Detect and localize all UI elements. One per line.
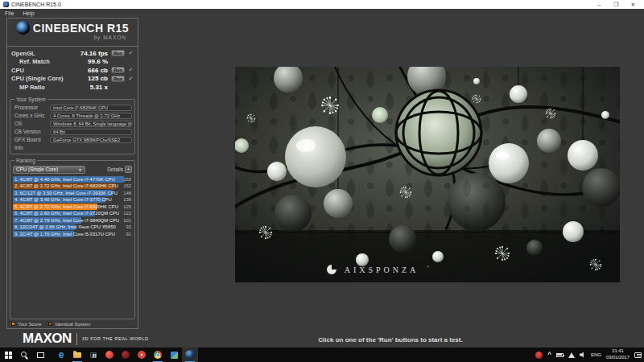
- sidebar-panel: CINEBENCH R15 by MAXON OpenGL 74.16 fps …: [6, 18, 138, 329]
- red-app-1-glyph: [105, 351, 114, 359]
- run-hint-text: Click on one of the 'Run' buttons to sta…: [145, 336, 636, 343]
- ranking-row-label: 8. 12C/24T @ 2.66 GHz, Intel Xeon CPU X5…: [14, 224, 116, 231]
- result-value: 74.16 fps: [70, 50, 108, 57]
- taskbar-start-icon[interactable]: [0, 348, 16, 362]
- desktop: CINEBENCH R15.0 – ❐ ✕ File Help CINEBENC…: [0, 0, 644, 362]
- ranking-row[interactable]: 1. 4C/8T @ 4.40 GHz, Intel Core i7-4770K…: [13, 176, 132, 183]
- language-indicator[interactable]: ENG: [591, 352, 601, 357]
- run-button[interactable]: Run: [111, 76, 125, 82]
- ranking-row-label: 2. 4C/8T @ 2.72 GHz, Intel Core i7-6820H…: [14, 183, 118, 190]
- taskbar-spacer: [198, 348, 535, 362]
- ranking-row[interactable]: 8. 12C/24T @ 2.66 GHz, Intel Xeon CPU X5…: [13, 224, 132, 231]
- legend-swatch: [48, 322, 52, 326]
- clock[interactable]: 21:41 03/01/2017: [606, 348, 630, 360]
- taskbar-task-view-icon[interactable]: [32, 348, 48, 362]
- clock-date: 03/01/2017: [606, 355, 630, 361]
- edge-glyph: e: [59, 350, 64, 360]
- system-info-field: 4 Cores, 8 Threads @ 2.72 GHz: [50, 113, 132, 119]
- menu-help[interactable]: Help: [23, 10, 34, 16]
- title-bar: CINEBENCH R15.0 – ❐ ✕: [0, 0, 644, 9]
- ranking-row-label: 5. 4C/8T @ 2.72 GHz, Intel Core i7-6820H…: [14, 204, 118, 211]
- render-scene: AIXSPONZA ®: [235, 67, 620, 282]
- window-controls: – ❐ ✕: [592, 0, 641, 9]
- taskbar-store-icon[interactable]: [85, 348, 101, 362]
- ranking-list: 1. 4C/8T @ 4.40 GHz, Intel Core i7-4770K…: [13, 176, 132, 238]
- ranking-row[interactable]: 5. 4C/8T @ 2.72 GHz, Intel Core i7-6820H…: [13, 204, 132, 211]
- action-center-icon[interactable]: [634, 352, 642, 358]
- red-app-2-glyph: [122, 351, 130, 359]
- check-icon: ✓: [127, 67, 134, 73]
- taskbar-chrome-icon[interactable]: [150, 348, 166, 362]
- ranking-title: Ranking: [14, 158, 37, 163]
- ranking-row-value: 93: [126, 224, 131, 231]
- taskbar-file-explorer-icon[interactable]: [69, 348, 85, 362]
- taskbar-photos-icon[interactable]: [166, 348, 182, 362]
- ranking-row-label: 1. 4C/8T @ 4.40 GHz, Intel Core i7-4770K…: [14, 176, 115, 183]
- watermark-registered-mark: ®: [427, 265, 429, 269]
- cinebench-glyph: [185, 350, 195, 360]
- results-rows: OpenGL 74.16 fps Run ✓ Ref. Match 99.6 %…: [7, 47, 138, 93]
- tray-chevron-up-icon[interactable]: ^: [547, 352, 551, 358]
- watermark-text: AIXSPONZA: [345, 265, 419, 274]
- system-info-row: Processor Intel Core i7-6820HK CPU: [13, 104, 132, 112]
- system-info-label: Processor: [13, 105, 50, 110]
- ranking-row-label: 3. 6C/12T @ 3.50 GHz, Intel Core i7-3930…: [14, 190, 118, 197]
- ranking-row[interactable]: 7. 4C/8T @ 2.79 GHz, Intel Core i7-3840Q…: [13, 217, 132, 224]
- check-icon: ✓: [127, 50, 134, 56]
- ranking-row-label: 7. 4C/8T @ 2.79 GHz, Intel Core i7-3840Q…: [14, 217, 119, 224]
- system-info-label: Cores x GHz: [13, 113, 50, 118]
- ranking-row[interactable]: 4. 4C/8T @ 3.40 GHz, Intel Core i7-3770 …: [13, 196, 132, 204]
- taskbar-cinebench-icon[interactable]: [182, 348, 198, 362]
- ranking-controls: CPU (Single Core) ▼ Details +: [13, 165, 132, 175]
- run-button[interactable]: Run: [111, 67, 125, 73]
- result-value: 99.6 %: [70, 58, 108, 65]
- run-button[interactable]: Run: [111, 50, 125, 56]
- taskbar-red-app-1-icon[interactable]: [101, 348, 118, 362]
- result-value: 5.31 x: [70, 84, 108, 91]
- chrome-glyph: [154, 351, 162, 359]
- system-tray: ^ ENG 21:41 03/01/2017: [535, 348, 644, 362]
- close-icon[interactable]: ✕: [625, 0, 641, 9]
- maximize-icon[interactable]: ❐: [609, 0, 624, 9]
- result-row: OpenGL 74.16 fps Run ✓: [11, 49, 134, 58]
- system-info-label: OS: [13, 121, 50, 126]
- wifi-icon[interactable]: [568, 352, 575, 358]
- menu-file[interactable]: File: [5, 10, 14, 16]
- chevron-down-icon: ▼: [78, 167, 82, 172]
- start-glyph: [5, 352, 8, 355]
- system-info-label: CB Version: [13, 129, 50, 134]
- result-value: 125 cb: [70, 75, 108, 82]
- system-info-row: Cores x GHz 4 Cores, 8 Threads @ 2.72 GH…: [13, 112, 132, 120]
- legend-swatch: [11, 322, 15, 326]
- ranking-row-label: 6. 4C/8T @ 2.60 GHz, Intel Core i7-3720Q…: [14, 210, 119, 217]
- taskbar-apps: e: [0, 348, 198, 362]
- ranking-row-value: 125: [123, 204, 131, 211]
- result-value: 666 cb: [70, 67, 108, 74]
- details-expand-button[interactable]: +: [125, 166, 132, 173]
- volume-icon[interactable]: [580, 352, 586, 358]
- maxon-brand-text: MAXON: [23, 331, 72, 347]
- system-info-label: GFX Board: [13, 137, 50, 142]
- result-row: CPU (Single Core) 125 cb Run ✓: [11, 75, 134, 84]
- logo-block: CINEBENCH R15 by MAXON: [7, 19, 138, 47]
- ranking-row-value: 101: [123, 217, 131, 224]
- tray-antivirus-icon[interactable]: [535, 352, 543, 359]
- taskbar-edge-icon[interactable]: e: [53, 348, 69, 362]
- taskbar: e ^ ENG 21:41 03/01/2017: [0, 348, 644, 362]
- system-info-row: Info: [13, 144, 132, 152]
- ranking-row[interactable]: 6. 4C/8T @ 2.60 GHz, Intel Core i7-3720Q…: [13, 210, 132, 217]
- system-info-field: Windows 8, 64 Bit, Single language (buil…: [50, 121, 132, 127]
- window-title: CINEBENCH R15.0: [11, 2, 592, 7]
- taskbar-red-app-2-icon[interactable]: [118, 348, 134, 362]
- ranking-row[interactable]: 9. 2C/4T @ 1.70 GHz, Intel Core i5-3317U…: [13, 231, 132, 238]
- task-view-glyph: [37, 352, 44, 358]
- scene-floor: [235, 232, 620, 282]
- maxon-logo: MAXON 3D FOR THE REAL WORLD: [23, 331, 149, 347]
- minimize-icon[interactable]: –: [592, 0, 607, 9]
- taskbar-red-app-3-icon[interactable]: [134, 348, 150, 362]
- ranking-row[interactable]: 2. 4C/8T @ 2.72 GHz, Intel Core i7-6820H…: [13, 183, 132, 190]
- taskbar-search-icon[interactable]: [16, 348, 32, 362]
- ranking-row[interactable]: 3. 6C/12T @ 3.50 GHz, Intel Core i7-3930…: [13, 190, 132, 197]
- battery-icon[interactable]: [556, 353, 564, 357]
- ranking-filter-dropdown[interactable]: CPU (Single Core) ▼: [13, 166, 85, 174]
